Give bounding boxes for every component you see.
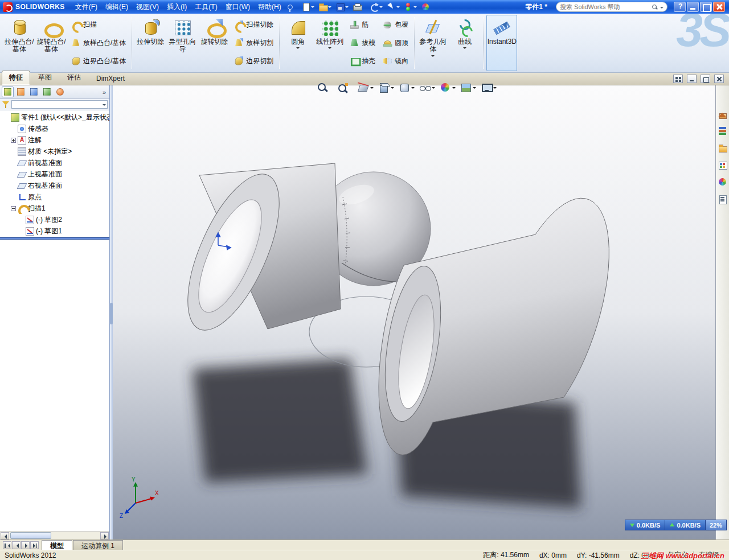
commandmanager-tab[interactable]: DimXpert xyxy=(89,72,132,85)
tree-item-annotations[interactable]: 注解 xyxy=(0,134,109,146)
rib-button[interactable]: 筋 xyxy=(346,18,378,32)
tab-motion-study[interactable]: 运动算例 1 xyxy=(73,540,123,550)
next-tab-button[interactable] xyxy=(21,541,30,549)
tree-item-top-plane[interactable]: 上视基准面 xyxy=(0,168,109,180)
tree-item-right-plane[interactable]: 右视基准面 xyxy=(0,180,109,191)
print-icon[interactable] xyxy=(351,2,367,12)
apply-scene-icon[interactable] xyxy=(460,82,476,93)
dropdown-caret[interactable] xyxy=(396,6,400,10)
design-library-icon[interactable] xyxy=(716,125,728,137)
panel-overflow-chevron[interactable]: » xyxy=(101,89,108,96)
tree-item-front-plane[interactable]: 前视基准面 xyxy=(0,157,109,168)
search-icon[interactable] xyxy=(652,5,657,10)
dropdown-caret[interactable] xyxy=(493,87,497,90)
maximize-button[interactable] xyxy=(700,2,712,12)
edit-appearance-icon[interactable] xyxy=(420,2,436,12)
last-tab-button[interactable] xyxy=(30,541,39,549)
dimxpertmanager-tab-icon[interactable] xyxy=(41,87,53,97)
menu-pin-icon[interactable] xyxy=(288,5,293,10)
model-3d[interactable]: Y X Z xyxy=(113,85,715,540)
save-icon[interactable] xyxy=(334,2,350,12)
file-explorer-icon[interactable] xyxy=(716,142,728,154)
hole-wizard-button[interactable]: 异型孔向导 xyxy=(167,15,198,71)
loft-boss-button[interactable]: 放样凸台/基体 xyxy=(68,35,129,50)
boundary-cut-button[interactable]: 边界切割 xyxy=(231,53,276,68)
tree-item-sensors[interactable]: 传感器 xyxy=(0,123,109,134)
displaymanager-tab-icon[interactable] xyxy=(54,87,66,97)
window-layout-icon[interactable] xyxy=(673,75,683,83)
revolve-boss-button[interactable]: 旋转凸台/基体 xyxy=(36,15,67,71)
section-view-icon[interactable] xyxy=(358,82,374,93)
first-tab-button[interactable] xyxy=(3,541,11,549)
minimize-document-icon[interactable] xyxy=(687,75,697,83)
dropdown-caret[interactable] xyxy=(413,6,417,10)
filter-caret[interactable] xyxy=(103,104,106,108)
solidworks-resources-icon[interactable] xyxy=(716,108,728,120)
dome-button[interactable]: 圆顶 xyxy=(379,35,411,50)
menu-item[interactable]: 帮助(H) xyxy=(254,0,285,14)
appearances-scenes-icon[interactable] xyxy=(716,176,728,188)
menu-item[interactable]: 视图(V) xyxy=(132,0,163,14)
rebuild-icon[interactable] xyxy=(403,2,419,12)
network-monitor-widget[interactable]: 0.0KB/S 0.0KB/S 22% xyxy=(625,520,727,530)
refgeom-dropdown-caret[interactable] xyxy=(431,55,435,59)
dropdown-caret[interactable] xyxy=(432,87,435,90)
menu-item[interactable]: 编辑(E) xyxy=(101,0,132,14)
filter-input[interactable] xyxy=(11,100,108,109)
shell-button[interactable]: 抽壳 xyxy=(346,53,378,68)
menu-item[interactable]: 窗口(W) xyxy=(222,0,254,14)
filter-icon[interactable] xyxy=(2,101,10,109)
propertymanager-tab-icon[interactable] xyxy=(15,87,27,97)
dropdown-caret[interactable] xyxy=(345,6,349,10)
zoom-to-area-icon[interactable] xyxy=(337,82,353,93)
help-search-box[interactable]: 搜索 SolidWorks 帮助 xyxy=(556,2,667,12)
loft-cut-button[interactable]: 放样切割 xyxy=(231,35,276,50)
view-orientation-icon[interactable] xyxy=(378,82,394,93)
commandmanager-tab[interactable]: 草图 xyxy=(31,71,59,85)
extrude-cut-button[interactable]: 拉伸切除 xyxy=(135,15,166,71)
search-dropdown-caret[interactable] xyxy=(660,7,664,10)
previous-tab-button[interactable] xyxy=(12,541,21,549)
restore-document-icon[interactable] xyxy=(701,75,710,83)
sweep-cut-button[interactable]: 扫描切除 xyxy=(231,18,276,32)
revolve-cut-button[interactable]: 旋转切除 xyxy=(199,15,230,71)
fillet-button[interactable]: 圆角 xyxy=(282,15,313,71)
featuremanager-tab-icon[interactable] xyxy=(2,87,14,97)
instant3d-button[interactable]: Instant3D xyxy=(486,15,517,71)
dropdown-caret[interactable] xyxy=(391,87,394,90)
menu-item[interactable]: 工具(T) xyxy=(191,0,221,14)
pattern-dropdown-caret[interactable] xyxy=(328,47,331,51)
edit-appearance-icon[interactable] xyxy=(440,82,456,93)
close-document-icon[interactable] xyxy=(714,75,724,83)
dropdown-caret[interactable] xyxy=(311,6,314,10)
dropdown-caret[interactable] xyxy=(370,87,374,90)
view-palette-icon[interactable] xyxy=(716,159,728,171)
zoom-fit-icon[interactable] xyxy=(317,82,333,93)
curves-button[interactable]: 曲线 xyxy=(449,15,480,71)
view-settings-icon[interactable] xyxy=(481,82,497,93)
tree-item-sketch1[interactable]: (-) 草图1 xyxy=(0,225,109,237)
tree-expander-icon[interactable] xyxy=(11,206,16,211)
graphics-area[interactable]: Y X Z xyxy=(113,85,715,540)
scroll-thumb[interactable] xyxy=(10,532,51,539)
draft-button[interactable]: 拔模 xyxy=(346,35,378,50)
select-icon[interactable] xyxy=(386,2,402,12)
minimize-button[interactable] xyxy=(687,2,699,12)
undo-icon[interactable] xyxy=(368,2,384,12)
commandmanager-tab[interactable]: 特征 xyxy=(2,71,30,85)
open-icon[interactable] xyxy=(317,2,333,12)
commandmanager-tab[interactable]: 评估 xyxy=(60,71,88,85)
tree-item-material[interactable]: 材质 <未指定> xyxy=(0,146,109,157)
hide-show-items-icon[interactable] xyxy=(419,82,435,93)
scroll-left-button[interactable] xyxy=(1,532,9,540)
menu-item[interactable]: 文件(F) xyxy=(71,0,101,14)
tree-item-sweep1[interactable]: 扫描1 xyxy=(0,203,109,214)
tree-expander-icon[interactable] xyxy=(11,138,16,143)
menu-item[interactable]: 插入(I) xyxy=(163,0,191,14)
help-button[interactable] xyxy=(674,2,686,12)
wrap-button[interactable]: 包覆 xyxy=(379,18,411,32)
panel-horizontal-scrollbar[interactable] xyxy=(0,531,109,540)
tab-model[interactable]: 模型 xyxy=(42,540,72,550)
scroll-right-button[interactable] xyxy=(100,532,109,540)
dropdown-caret[interactable] xyxy=(473,87,476,90)
